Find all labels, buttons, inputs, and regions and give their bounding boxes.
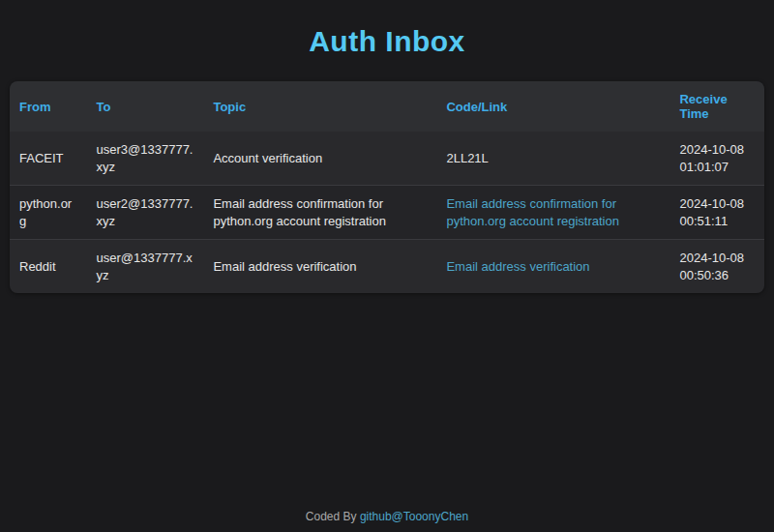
topic-text: Email address verification — [213, 259, 356, 274]
column-header-topic: Topic — [203, 81, 436, 132]
cell-topic: Account verification — [203, 132, 436, 186]
inbox-table-container: FromToTopicCode/LinkReceive Time FACEITu… — [10, 81, 764, 293]
verification-link[interactable]: Email address verification — [446, 259, 589, 274]
table-row: python.orguser2@1337777.xyzEmail address… — [10, 186, 764, 240]
cell-to: user@1337777.xyz — [87, 240, 204, 294]
footer-github-link[interactable]: github@TooonyChen — [360, 510, 468, 523]
cell-receive-time: 2024-10-08 00:50:36 — [670, 240, 764, 294]
receive-time-text: 2024-10-08 00:51:11 — [679, 196, 744, 228]
cell-code-link: Email address confirmation for python.or… — [436, 186, 670, 240]
cell-code-link: Email address verification — [436, 240, 670, 294]
from-text: python.org — [19, 196, 72, 228]
cell-to: user3@1337777.xyz — [87, 132, 204, 186]
footer-credit-text: Coded By — [306, 510, 360, 523]
receive-time-text: 2024-10-08 00:50:36 — [679, 251, 744, 282]
cell-from: FACEIT — [10, 132, 87, 186]
to-text: user2@1337777.xyz — [97, 196, 194, 228]
column-header-receive_time: Receive Time — [670, 81, 764, 132]
column-header-from: From — [10, 81, 87, 132]
cell-from: python.org — [10, 186, 87, 240]
cell-receive-time: 2024-10-08 00:51:11 — [670, 186, 764, 240]
cell-to: user2@1337777.xyz — [87, 186, 204, 240]
topic-text: Email address confirmation for python.or… — [213, 196, 386, 228]
from-text: Reddit — [19, 259, 56, 274]
cell-from: Reddit — [10, 240, 87, 294]
page-title: Auth Inbox — [0, 25, 774, 58]
cell-code-link: 2LL21L — [436, 132, 670, 186]
inbox-table-header: FromToTopicCode/LinkReceive Time — [10, 81, 764, 132]
cell-topic: Email address verification — [203, 240, 436, 294]
table-row: FACEITuser3@1337777.xyzAccount verificat… — [10, 132, 764, 186]
column-header-to: To — [87, 81, 204, 132]
cell-topic: Email address confirmation for python.or… — [203, 186, 436, 240]
topic-text: Account verification — [213, 151, 322, 165]
footer: Coded By github@TooonyChen — [0, 510, 774, 532]
to-text: user3@1337777.xyz — [97, 142, 194, 174]
verification-code: 2LL21L — [446, 151, 488, 165]
inbox-table: FromToTopicCode/LinkReceive Time FACEITu… — [10, 81, 764, 293]
cell-receive-time: 2024-10-08 01:01:07 — [670, 132, 764, 186]
column-header-code_link: Code/Link — [436, 81, 670, 132]
receive-time-text: 2024-10-08 01:01:07 — [679, 142, 744, 174]
verification-link[interactable]: Email address confirmation for python.or… — [446, 196, 619, 228]
to-text: user@1337777.xyz — [97, 251, 193, 282]
table-row: Reddituser@1337777.xyzEmail address veri… — [10, 240, 764, 294]
from-text: FACEIT — [19, 151, 64, 165]
